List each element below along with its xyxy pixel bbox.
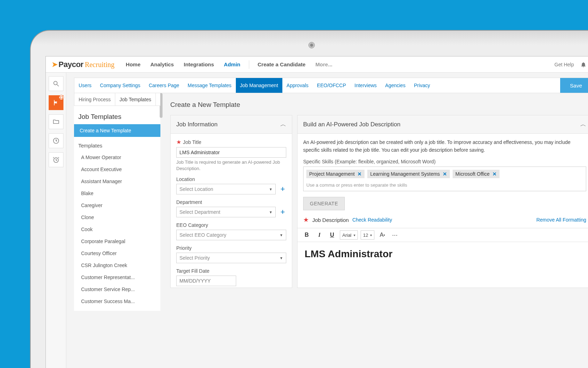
left-heading: Job Templates [74, 108, 160, 124]
ai-panel-header[interactable]: Build an AI-Powered Job Description ︿ [298, 115, 588, 134]
content-area: Create a New Template Job Information ︿ [160, 93, 588, 311]
rail-search[interactable] [49, 76, 63, 91]
eeo-select[interactable]: Select EEO Category▼ [176, 230, 286, 240]
priority-select[interactable]: Select Priority▼ [176, 253, 286, 263]
rail-folder[interactable] [49, 114, 63, 129]
tab-job-templates[interactable]: Job Templates [115, 93, 156, 105]
subnav-message-templates[interactable]: Message Templates [183, 78, 235, 93]
template-item[interactable]: Clone [74, 211, 160, 223]
subnav-users[interactable]: Users [74, 78, 96, 93]
tab-hiring-process[interactable]: Hiring Process [74, 93, 115, 105]
template-item[interactable]: Assistant Manager [74, 175, 160, 187]
create-template-button[interactable]: Create a New Template [74, 124, 160, 137]
required-icon: ★ [176, 139, 181, 145]
font-size-value: 12 [363, 233, 368, 238]
subnav-job-management[interactable]: Job Management [236, 78, 282, 93]
template-item[interactable]: CSR Julington Creek [74, 259, 160, 271]
nav-create-candidate[interactable]: Create a Candidate [253, 61, 311, 67]
check-readability-link[interactable]: Check Readability [352, 217, 392, 223]
job-title-input[interactable] [176, 147, 286, 158]
template-item[interactable]: Courtesy Officer [74, 247, 160, 259]
top-nav: ➤ Paycor Recruiting Home Analytics Integ… [46, 56, 588, 73]
chip-remove-icon[interactable]: ✕ [443, 171, 447, 177]
skills-input[interactable]: Project Management✕ Learning Management … [303, 167, 586, 191]
template-item[interactable]: A Mower Operator [74, 151, 160, 163]
templates-section-label: Templates [74, 137, 160, 151]
chevron-up-icon: ︿ [580, 120, 586, 128]
font-select[interactable]: Arial▾ [340, 230, 358, 240]
search-icon [53, 80, 60, 87]
department-placeholder: Select Department [179, 209, 220, 215]
template-item[interactable]: Blake [74, 187, 160, 199]
underline-button[interactable]: U [327, 230, 337, 240]
location-select[interactable]: Select Location▼ [176, 184, 276, 194]
main-area: Users Company Settings Careers Page Mess… [66, 73, 588, 368]
subnav-interviews[interactable]: Interviews [350, 78, 381, 93]
nav-more[interactable]: More... [311, 61, 337, 67]
subnav-approvals[interactable]: Approvals [282, 78, 313, 93]
location-label: Location [176, 176, 195, 182]
ai-header-label: Build an AI-Powered Job Description [303, 121, 400, 128]
save-button[interactable]: Save [560, 78, 588, 93]
department-select[interactable]: Select Department▼ [176, 207, 276, 217]
alarm-icon [53, 156, 60, 163]
rail-recent[interactable] [49, 133, 63, 148]
job-description-editor[interactable]: LMS Administrator [303, 242, 586, 260]
template-item[interactable]: Caregiver [74, 199, 160, 211]
template-item[interactable]: Cook [74, 223, 160, 235]
nav-integrations[interactable]: Integrations [179, 61, 219, 67]
caret-down-icon: ▼ [280, 233, 283, 237]
chip-remove-icon[interactable]: ✕ [357, 171, 362, 177]
job-mgmt-tabs: Hiring Process Job Templates [74, 93, 160, 106]
bell-icon[interactable] [580, 61, 587, 68]
add-location-button[interactable]: + [279, 185, 286, 194]
svg-line-1 [57, 85, 59, 86]
subnav-privacy[interactable]: Privacy [410, 78, 434, 93]
ai-panel: Build an AI-Powered Job Description ︿ An… [297, 115, 588, 288]
job-title-hint: Job Title is required to generate an AI-… [176, 159, 286, 171]
italic-button[interactable]: I [314, 230, 324, 240]
rail-alarm[interactable] [49, 152, 63, 167]
remove-formatting-link[interactable]: Remove All Formatting [536, 217, 586, 223]
template-item[interactable]: Corporate Paralegal [74, 235, 160, 247]
font-size-select[interactable]: 12▾ [361, 230, 374, 240]
nav-home[interactable]: Home [121, 61, 146, 67]
font-value: Arial [342, 233, 351, 238]
rail-flag[interactable]: 11 [49, 95, 63, 110]
priority-label: Priority [176, 245, 192, 251]
priority-placeholder: Select Priority [179, 255, 210, 261]
job-info-header[interactable]: Job Information ︿ [171, 115, 292, 134]
bold-button[interactable]: B [302, 230, 312, 240]
subnav-eeo-ofccp[interactable]: EEO/OFCCP [313, 78, 350, 93]
eeo-placeholder: Select EEO Category [179, 232, 226, 238]
page-title: Create a New Template [170, 93, 588, 115]
template-item[interactable]: Customer Success Ma... [74, 295, 160, 307]
logo-swoop-icon: ➤ [51, 60, 58, 69]
caret-down-icon: ▼ [269, 187, 272, 191]
get-help-link[interactable]: Get Help [555, 62, 574, 67]
nav-admin[interactable]: Admin [219, 61, 245, 67]
font-color-button[interactable]: A▾ [377, 230, 387, 240]
add-department-button[interactable]: + [279, 207, 286, 217]
more-tools-button[interactable]: ⋯ [390, 230, 400, 240]
skill-chip-label: Project Management [309, 171, 355, 177]
skills-label: Specific Skills (Example: flexible, orga… [303, 159, 586, 164]
nav-analytics[interactable]: Analytics [146, 61, 179, 67]
device-camera [308, 42, 315, 48]
editor-toolbar: B I U Arial▾ 12▾ A▾ ⋯ [298, 228, 588, 242]
subnav-company-settings[interactable]: Company Settings [96, 78, 145, 93]
job-title-label: Job Title [183, 139, 201, 145]
template-item[interactable]: Customer Representat... [74, 271, 160, 283]
clock-icon [53, 137, 60, 144]
subnav-careers-page[interactable]: Careers Page [145, 78, 183, 93]
target-date-input[interactable] [176, 276, 236, 286]
job-description-label: Job Description [312, 217, 349, 223]
folder-icon [53, 118, 60, 125]
generate-button[interactable]: GENERATE [303, 197, 345, 210]
caret-down-icon: ▼ [269, 210, 272, 214]
template-item[interactable]: Account Executive [74, 163, 160, 175]
chip-remove-icon[interactable]: ✕ [492, 171, 497, 177]
template-item[interactable]: Customer Service Rep... [74, 283, 160, 295]
chevron-up-icon: ︿ [280, 120, 286, 128]
subnav-agencies[interactable]: Agencies [381, 78, 410, 93]
